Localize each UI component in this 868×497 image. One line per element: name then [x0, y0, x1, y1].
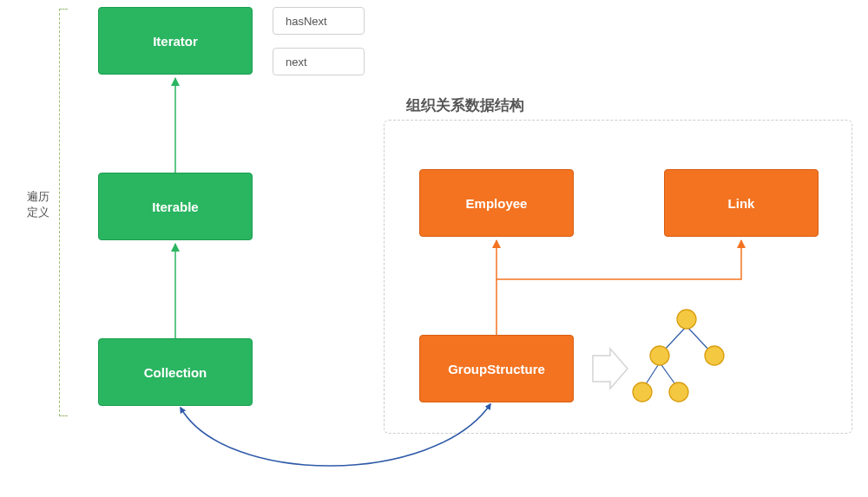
- section-title: 组织关系数据结构: [406, 95, 524, 115]
- iterable-box: Iterable: [98, 173, 253, 240]
- link-box: Link: [664, 169, 819, 237]
- section-title-text: 组织关系数据结构: [406, 97, 524, 114]
- hasnext-box: hasNext: [273, 7, 365, 35]
- next-label: next: [286, 56, 307, 69]
- hasnext-label: hasNext: [286, 15, 327, 28]
- groupstructure-label: GroupStructure: [448, 362, 545, 376]
- iterator-box: Iterator: [98, 7, 253, 75]
- link-label: Link: [728, 196, 755, 211]
- next-box: next: [273, 48, 365, 75]
- bracket-label-l2: 定义: [27, 206, 49, 219]
- bracket-label: 遍历 定义: [24, 189, 52, 220]
- groupstructure-box: GroupStructure: [419, 335, 574, 402]
- left-bracket: [59, 9, 68, 416]
- employee-label: Employee: [466, 196, 528, 211]
- collection-box: Collection: [98, 338, 253, 406]
- collection-label: Collection: [144, 365, 207, 380]
- iterator-label: Iterator: [153, 34, 198, 49]
- iterable-label: Iterable: [152, 199, 198, 214]
- employee-box: Employee: [419, 169, 574, 237]
- bracket-label-l1: 遍历: [27, 190, 49, 203]
